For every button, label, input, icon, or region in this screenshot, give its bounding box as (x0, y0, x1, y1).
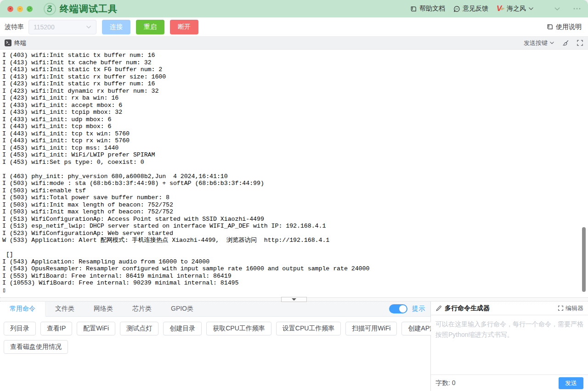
help-doc-label: 帮助文档 (419, 5, 445, 13)
terminal-log-line: I (453) wifi_init: tcp mss: 1440 (2, 145, 588, 152)
command-tab-label: 常用命令 (10, 305, 35, 313)
terminal-log-line: I (543) Application: Resampling audio fr… (2, 258, 588, 266)
terminal-title: 终端 (14, 39, 26, 47)
terminal-icon (5, 39, 11, 46)
terminal-log-line: I (423) wifi:Init static rx buffer num: … (2, 80, 588, 88)
app-window: × − 终端调试工具 帮助文档 意见反馈 VIP 海之风 (0, 0, 588, 391)
terminal-log-line: I (443) wifi_init: tcp mbox: 6 (2, 123, 588, 130)
hint-toggle[interactable] (389, 304, 407, 313)
usage-label: 使用说明 (556, 23, 582, 31)
connect-button[interactable]: 连接 (102, 20, 130, 34)
bottom-panels: 常用命令 文件类 网络类 芯片类 (0, 302, 588, 391)
command-tab[interactable]: 网络类 (84, 302, 123, 316)
send-keys-dropdown[interactable]: 发送按键 (524, 39, 554, 47)
editor-button[interactable]: 编辑器 (558, 304, 583, 313)
terminal-output[interactable]: I (403) wifi:Init static tx buffer num: … (0, 50, 588, 297)
terminal-log-line: I (553) WifiBoard: Free internal: 86419 … (2, 273, 588, 280)
hint-toggle-group: 提示 (389, 302, 430, 316)
terminal-log-line: I (503) wifi:Total power save buffer num… (2, 194, 588, 201)
terminal-log-line: I (423) wifi:Init dynamic rx buffer num:… (2, 88, 588, 95)
command-tab[interactable]: 常用命令 (0, 302, 45, 316)
send-button[interactable]: 发送 (559, 377, 583, 389)
command-tab[interactable]: 芯片类 (123, 302, 161, 316)
close-window-icon[interactable]: × (7, 6, 13, 12)
char-count-value: 0 (452, 379, 456, 386)
terminal-log-line: I (433) wifi_init: udp mbox: 6 (2, 116, 588, 123)
command-button[interactable]: 获取CPU工作频率 (206, 322, 271, 335)
baud-rate-label: 波特率 (5, 23, 24, 31)
terminal-log-line: I (513) esp_netif_lwip: DHCP server star… (2, 223, 588, 230)
baud-rate-value: 115200 (34, 23, 55, 31)
feedback-button[interactable]: 意见反馈 (453, 5, 488, 13)
generator-title: 多行命令生成器 (445, 304, 490, 313)
terminal-log-line: W (533) Application: Alert 配网模式: 手机连接热点 … (2, 237, 588, 244)
command-button[interactable]: 设置CPU工作频率 (276, 322, 341, 335)
disconnect-button[interactable]: 断开 (170, 20, 198, 34)
window-chevron-icon[interactable] (554, 7, 560, 11)
terminal-header-actions: 发送按键 (524, 39, 583, 47)
terminal-log-line: I (413) wifi:Init static tx FG buffer nu… (2, 66, 588, 73)
clear-screen-brush-icon[interactable] (562, 39, 569, 47)
command-button[interactable]: 扫描可用WiFi (345, 322, 397, 335)
char-count-label: 字数: (435, 379, 450, 386)
terminal-log-line: I (463) phy_init: phy_version 680,a6008b… (2, 173, 588, 180)
terminal-log-line: I (403) wifi:Init static tx buffer num: … (2, 52, 588, 59)
terminal-log-line (2, 244, 588, 251)
app-title: 终端调试工具 (60, 3, 118, 15)
terminal-log-line: I (413) wifi:Init tx cache buffer num: 3… (2, 59, 588, 67)
minimize-window-icon[interactable]: − (17, 6, 23, 12)
command-tabbar: 常用命令 文件类 网络类 芯片类 (0, 302, 430, 317)
command-button[interactable]: 测试点灯 (120, 322, 158, 335)
commands-panel: 常用命令 文件类 网络类 芯片类 (0, 302, 431, 391)
window-more-icon[interactable] (573, 8, 581, 10)
app-logo-icon (44, 3, 56, 15)
fullscreen-icon[interactable] (577, 39, 583, 46)
user-menu[interactable]: VIP 海之风 (497, 4, 534, 13)
terminal-log-line: I (453) wifi:Set ps type: 0, coexist: 0 (2, 159, 588, 166)
command-tab[interactable]: 文件类 (45, 302, 84, 316)
generator-header: 多行命令生成器 编辑器 (431, 302, 588, 315)
username: 海之风 (507, 5, 526, 13)
multiline-command-input[interactable] (431, 315, 588, 374)
command-button[interactable]: 配置WiFi (77, 322, 115, 335)
multiline-generator-panel: 多行命令生成器 编辑器 字数: 0 发送 (431, 302, 588, 391)
command-tab-label: 文件类 (55, 305, 74, 313)
command-button[interactable]: 创建目录 (163, 322, 202, 335)
chevron-down-icon (86, 25, 91, 29)
terminal-log-line: I (10553) WifiBoard: Free internal: 9023… (2, 279, 588, 287)
terminal-log-line: I (453) wifi_init: WiFi/LWIP prefer SPIR… (2, 151, 588, 159)
toolbar: 波特率 115200 连接 重启 断开 使用说明 (0, 17, 588, 37)
terminal-log-line: I (503) wifi:Init max length of beacon: … (2, 201, 588, 209)
feedback-label: 意见反馈 (463, 5, 488, 13)
chat-bubble-icon (453, 6, 460, 12)
command-button[interactable]: 列目录 (4, 322, 36, 335)
corner-brackets-icon (558, 305, 564, 311)
terminal-log-line: [] (2, 251, 588, 258)
command-tab-label: 网络类 (94, 305, 113, 313)
restart-button[interactable]: 重启 (136, 20, 164, 34)
terminal-header: 终端 发送按键 (0, 37, 588, 50)
terminal-log-line: I (523) WifiConfigurationAp: Web server … (2, 230, 588, 237)
command-tab[interactable]: GPIO类 (161, 302, 203, 316)
command-tab-label: GPIO类 (171, 305, 193, 313)
command-button[interactable]: 查看IP (40, 322, 72, 335)
baud-rate-select[interactable]: 115200 (28, 20, 96, 34)
divider-drag-handle-icon[interactable] (281, 297, 307, 302)
help-doc-button[interactable]: 帮助文档 (410, 5, 445, 13)
vip-icon: VIP (497, 4, 504, 13)
window-controls: × − (7, 6, 33, 12)
send-keys-label: 发送按键 (524, 39, 548, 47)
terminal-log-line: I (433) wifi_init: accept mbox: 6 (2, 102, 588, 109)
command-tab-label: 芯片类 (132, 305, 152, 313)
command-button[interactable]: 查看磁盘使用情况 (4, 340, 68, 354)
panel-divider (0, 297, 588, 302)
zoom-window-icon[interactable] (27, 6, 33, 12)
pencil-icon (435, 305, 442, 312)
terminal-scrollbar-thumb[interactable] (582, 227, 586, 292)
usage-button[interactable]: 使用说明 (547, 23, 583, 31)
command-buttons-area: 列目录查看IP配置WiFi测试点灯创建目录获取CPU工作频率设置CPU工作频率扫… (0, 317, 430, 359)
hint-label: 提示 (412, 305, 425, 313)
chevron-down-icon (549, 41, 554, 45)
terminal-log-line: I (503) wifi:Init max length of beacon: … (2, 208, 588, 216)
terminal-log-line: I (413) wifi:Init static rx buffer size:… (2, 73, 588, 81)
